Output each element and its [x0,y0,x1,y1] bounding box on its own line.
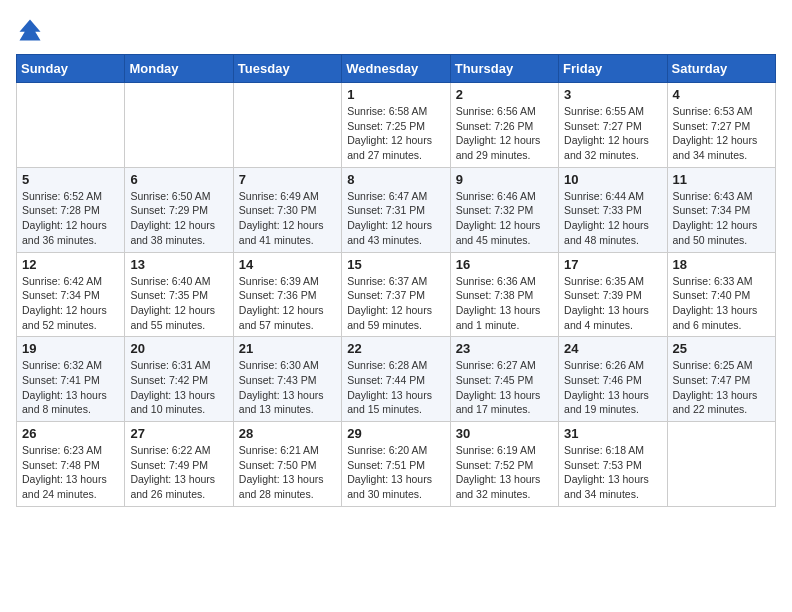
day-number: 17 [564,257,661,272]
day-cell: 26Sunrise: 6:23 AM Sunset: 7:48 PM Dayli… [17,422,125,507]
day-cell: 18Sunrise: 6:33 AM Sunset: 7:40 PM Dayli… [667,252,775,337]
day-cell [233,83,341,168]
day-number: 21 [239,341,336,356]
day-cell: 1Sunrise: 6:58 AM Sunset: 7:25 PM Daylig… [342,83,450,168]
day-cell: 3Sunrise: 6:55 AM Sunset: 7:27 PM Daylig… [559,83,667,168]
day-info: Sunrise: 6:26 AM Sunset: 7:46 PM Dayligh… [564,358,661,417]
day-number: 5 [22,172,119,187]
day-info: Sunrise: 6:33 AM Sunset: 7:40 PM Dayligh… [673,274,770,333]
day-cell [125,83,233,168]
day-number: 1 [347,87,444,102]
logo [16,16,48,44]
calendar-table: SundayMondayTuesdayWednesdayThursdayFrid… [16,54,776,507]
day-info: Sunrise: 6:31 AM Sunset: 7:42 PM Dayligh… [130,358,227,417]
header-row: SundayMondayTuesdayWednesdayThursdayFrid… [17,55,776,83]
day-cell: 27Sunrise: 6:22 AM Sunset: 7:49 PM Dayli… [125,422,233,507]
day-info: Sunrise: 6:36 AM Sunset: 7:38 PM Dayligh… [456,274,553,333]
day-cell: 25Sunrise: 6:25 AM Sunset: 7:47 PM Dayli… [667,337,775,422]
day-number: 9 [456,172,553,187]
day-number: 22 [347,341,444,356]
day-number: 30 [456,426,553,441]
week-row-3: 19Sunrise: 6:32 AM Sunset: 7:41 PM Dayli… [17,337,776,422]
day-number: 8 [347,172,444,187]
day-info: Sunrise: 6:58 AM Sunset: 7:25 PM Dayligh… [347,104,444,163]
day-info: Sunrise: 6:40 AM Sunset: 7:35 PM Dayligh… [130,274,227,333]
day-cell [17,83,125,168]
day-info: Sunrise: 6:55 AM Sunset: 7:27 PM Dayligh… [564,104,661,163]
day-number: 2 [456,87,553,102]
day-number: 18 [673,257,770,272]
day-info: Sunrise: 6:49 AM Sunset: 7:30 PM Dayligh… [239,189,336,248]
week-row-1: 5Sunrise: 6:52 AM Sunset: 7:28 PM Daylig… [17,167,776,252]
header-cell-tuesday: Tuesday [233,55,341,83]
calendar-body: 1Sunrise: 6:58 AM Sunset: 7:25 PM Daylig… [17,83,776,507]
day-info: Sunrise: 6:56 AM Sunset: 7:26 PM Dayligh… [456,104,553,163]
week-row-2: 12Sunrise: 6:42 AM Sunset: 7:34 PM Dayli… [17,252,776,337]
day-info: Sunrise: 6:46 AM Sunset: 7:32 PM Dayligh… [456,189,553,248]
day-info: Sunrise: 6:47 AM Sunset: 7:31 PM Dayligh… [347,189,444,248]
day-cell: 14Sunrise: 6:39 AM Sunset: 7:36 PM Dayli… [233,252,341,337]
day-info: Sunrise: 6:52 AM Sunset: 7:28 PM Dayligh… [22,189,119,248]
day-info: Sunrise: 6:20 AM Sunset: 7:51 PM Dayligh… [347,443,444,502]
day-info: Sunrise: 6:35 AM Sunset: 7:39 PM Dayligh… [564,274,661,333]
day-cell [667,422,775,507]
day-number: 3 [564,87,661,102]
svg-marker-0 [20,20,41,41]
day-cell: 19Sunrise: 6:32 AM Sunset: 7:41 PM Dayli… [17,337,125,422]
day-cell: 15Sunrise: 6:37 AM Sunset: 7:37 PM Dayli… [342,252,450,337]
day-number: 12 [22,257,119,272]
page-header [16,16,776,44]
calendar-header: SundayMondayTuesdayWednesdayThursdayFrid… [17,55,776,83]
day-number: 28 [239,426,336,441]
day-info: Sunrise: 6:22 AM Sunset: 7:49 PM Dayligh… [130,443,227,502]
header-cell-friday: Friday [559,55,667,83]
day-number: 31 [564,426,661,441]
header-cell-thursday: Thursday [450,55,558,83]
day-cell: 5Sunrise: 6:52 AM Sunset: 7:28 PM Daylig… [17,167,125,252]
day-number: 6 [130,172,227,187]
day-cell: 4Sunrise: 6:53 AM Sunset: 7:27 PM Daylig… [667,83,775,168]
day-cell: 11Sunrise: 6:43 AM Sunset: 7:34 PM Dayli… [667,167,775,252]
day-info: Sunrise: 6:42 AM Sunset: 7:34 PM Dayligh… [22,274,119,333]
day-number: 19 [22,341,119,356]
day-number: 16 [456,257,553,272]
day-info: Sunrise: 6:19 AM Sunset: 7:52 PM Dayligh… [456,443,553,502]
day-info: Sunrise: 6:25 AM Sunset: 7:47 PM Dayligh… [673,358,770,417]
day-cell: 24Sunrise: 6:26 AM Sunset: 7:46 PM Dayli… [559,337,667,422]
day-cell: 29Sunrise: 6:20 AM Sunset: 7:51 PM Dayli… [342,422,450,507]
day-cell: 31Sunrise: 6:18 AM Sunset: 7:53 PM Dayli… [559,422,667,507]
week-row-4: 26Sunrise: 6:23 AM Sunset: 7:48 PM Dayli… [17,422,776,507]
day-number: 11 [673,172,770,187]
day-cell: 23Sunrise: 6:27 AM Sunset: 7:45 PM Dayli… [450,337,558,422]
day-number: 20 [130,341,227,356]
day-cell: 17Sunrise: 6:35 AM Sunset: 7:39 PM Dayli… [559,252,667,337]
day-cell: 28Sunrise: 6:21 AM Sunset: 7:50 PM Dayli… [233,422,341,507]
day-number: 25 [673,341,770,356]
header-cell-monday: Monday [125,55,233,83]
day-cell: 21Sunrise: 6:30 AM Sunset: 7:43 PM Dayli… [233,337,341,422]
header-cell-saturday: Saturday [667,55,775,83]
day-number: 13 [130,257,227,272]
day-info: Sunrise: 6:43 AM Sunset: 7:34 PM Dayligh… [673,189,770,248]
day-info: Sunrise: 6:28 AM Sunset: 7:44 PM Dayligh… [347,358,444,417]
day-cell: 16Sunrise: 6:36 AM Sunset: 7:38 PM Dayli… [450,252,558,337]
day-cell: 8Sunrise: 6:47 AM Sunset: 7:31 PM Daylig… [342,167,450,252]
day-info: Sunrise: 6:53 AM Sunset: 7:27 PM Dayligh… [673,104,770,163]
day-info: Sunrise: 6:39 AM Sunset: 7:36 PM Dayligh… [239,274,336,333]
header-cell-sunday: Sunday [17,55,125,83]
day-info: Sunrise: 6:50 AM Sunset: 7:29 PM Dayligh… [130,189,227,248]
day-number: 7 [239,172,336,187]
day-cell: 22Sunrise: 6:28 AM Sunset: 7:44 PM Dayli… [342,337,450,422]
day-cell: 13Sunrise: 6:40 AM Sunset: 7:35 PM Dayli… [125,252,233,337]
day-cell: 20Sunrise: 6:31 AM Sunset: 7:42 PM Dayli… [125,337,233,422]
header-cell-wednesday: Wednesday [342,55,450,83]
day-number: 27 [130,426,227,441]
day-number: 10 [564,172,661,187]
day-cell: 9Sunrise: 6:46 AM Sunset: 7:32 PM Daylig… [450,167,558,252]
day-info: Sunrise: 6:23 AM Sunset: 7:48 PM Dayligh… [22,443,119,502]
day-cell: 10Sunrise: 6:44 AM Sunset: 7:33 PM Dayli… [559,167,667,252]
day-info: Sunrise: 6:37 AM Sunset: 7:37 PM Dayligh… [347,274,444,333]
day-number: 23 [456,341,553,356]
day-cell: 12Sunrise: 6:42 AM Sunset: 7:34 PM Dayli… [17,252,125,337]
day-number: 15 [347,257,444,272]
